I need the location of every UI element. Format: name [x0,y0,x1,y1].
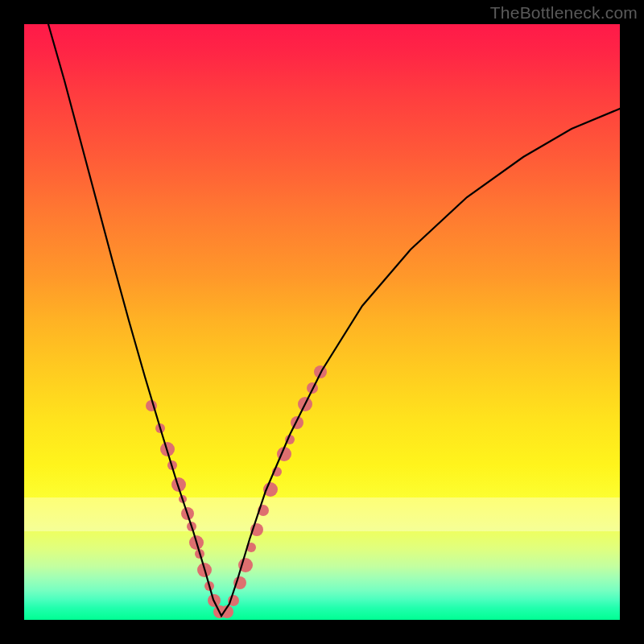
plot-area [24,24,620,620]
marker-dot [204,581,214,591]
marker-dot [189,535,204,550]
marker-dot [263,482,278,497]
highlight-band [24,497,620,531]
watermark-text: TheBottleneck.com [490,3,638,23]
bottleneck-curve [48,24,620,616]
marker-dot [195,549,204,559]
marker-dot [160,442,175,456]
markers-group [146,365,327,618]
marker-dot [298,397,312,411]
marker-dot [272,467,282,477]
marker-dot [291,416,303,429]
marker-dot [167,460,177,470]
marker-dot [238,558,253,572]
marker-dot [314,365,327,378]
chart-frame: TheBottleneck.com [0,0,644,644]
marker-dot [233,576,246,589]
marker-dot [155,423,165,433]
marker-dot [250,523,263,536]
marker-dot [181,507,194,520]
marker-dot [307,382,318,394]
marker-dot [228,595,239,606]
marker-dot [187,522,196,531]
marker-dot [213,605,226,618]
marker-dot [171,477,186,492]
marker-dot [277,447,291,461]
marker-dot [285,435,295,444]
marker-dot [197,563,212,577]
marker-dot [208,594,221,607]
marker-dot [246,543,256,552]
marker-dot [221,605,233,618]
marker-dot [179,495,187,503]
curve-layer [24,24,620,620]
marker-dot [146,400,157,411]
marker-dot [258,505,269,516]
